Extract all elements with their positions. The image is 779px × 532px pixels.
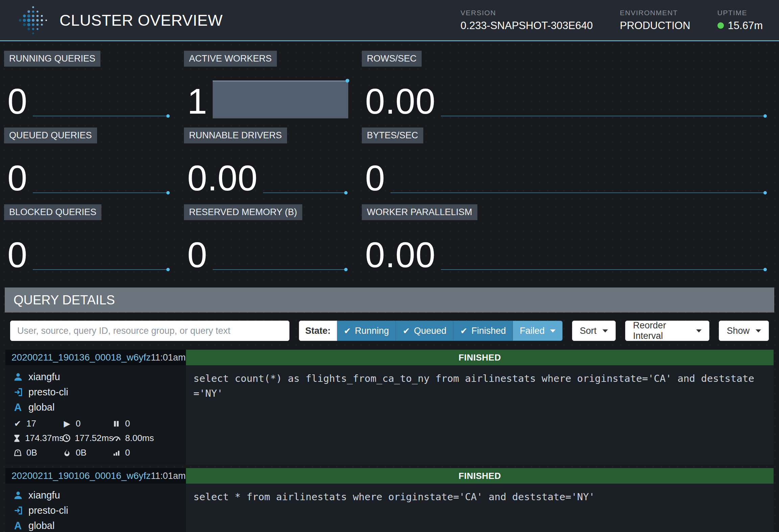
query-sql-text: select count(*) as flights_from_ca_to_ny…: [186, 365, 774, 465]
show-dropdown[interactable]: Show: [719, 321, 769, 341]
stat-label: WORKER PARALLELISM: [362, 204, 477, 220]
query-resource-group-row: A global: [13, 518, 181, 532]
stat-label: BYTES/SEC: [362, 128, 423, 143]
sparkline-chart: [33, 220, 170, 272]
show-label: Show: [727, 326, 750, 336]
clock-icon: [62, 434, 71, 442]
resource-group-icon: A: [13, 520, 23, 532]
query-time: 11:01am: [151, 352, 186, 363]
stat-card-reserved-memory: RESERVED MEMORY (B) 0: [184, 204, 348, 272]
cluster-stats-grid: RUNNING QUERIES 0 ACTIVE WORKERS 1 ROWS/…: [0, 41, 779, 272]
queued-splits-value: 0: [125, 418, 130, 429]
gauge-icon: [112, 434, 121, 442]
stat-card-worker-parallelism: WORKER PARALLELISM 0.00: [362, 204, 768, 272]
stat-card-bytes-per-sec: BYTES/SEC 0: [362, 128, 768, 195]
query-row: 20200211_190106_00016_w6yfz 11:01am FINI…: [5, 468, 774, 532]
current-memory-stat: 0B: [13, 445, 62, 460]
state-filter-label: State:: [299, 321, 337, 341]
state-filter-finished-button[interactable]: ✔ Finished: [453, 321, 513, 341]
environment-block: ENVIRONMENT PRODUCTION: [620, 9, 690, 32]
query-id-link[interactable]: 20200211_190106_00016_w6yfz: [11, 470, 151, 481]
peak-memory-value: 0B: [76, 447, 87, 458]
uptime-label: UPTIME: [717, 9, 763, 17]
chevron-down-icon: [696, 329, 702, 332]
cumulative-memory-stat: 0: [112, 445, 181, 460]
stat-value: 1: [187, 85, 207, 118]
version-block: VERSION 0.233-SNAPSHOT-303E640: [461, 9, 593, 32]
sort-label: Sort: [580, 326, 597, 336]
sparkline-chart: [263, 143, 348, 195]
check-icon: ✔: [13, 419, 22, 428]
stat-label: RUNNABLE DRIVERS: [184, 128, 287, 143]
sparkline-chart: [33, 67, 170, 118]
log-in-icon: [13, 506, 23, 515]
query-user: xiangfu: [28, 490, 60, 501]
execution-time-stat: 177.52ms: [62, 431, 112, 445]
pause-icon: [112, 420, 121, 427]
check-icon: ✔: [344, 327, 351, 335]
uptime-value-row: 15.67m: [717, 20, 763, 32]
stat-card-blocked-queries: BLOCKED QUERIES 0: [4, 204, 170, 272]
stat-card-running-queries: RUNNING QUERIES 0: [4, 51, 170, 118]
query-user-row: xiangfu: [13, 369, 181, 385]
wall-time-value: 174.37ms: [25, 433, 64, 443]
query-resource-group-row: A global: [13, 400, 181, 415]
uptime-status-dot-icon: [717, 22, 724, 29]
environment-value: PRODUCTION: [620, 20, 690, 32]
state-filter-failed-dropdown[interactable]: Failed: [513, 321, 563, 341]
query-search-input[interactable]: [10, 321, 289, 341]
stat-label: RUNNING QUERIES: [4, 51, 100, 67]
resource-group-icon: A: [13, 401, 23, 414]
version-value: 0.233-SNAPSHOT-303E640: [461, 20, 593, 32]
state-queued-label: Queued: [414, 326, 446, 336]
completed-splits-value: 17: [26, 418, 36, 429]
state-running-label: Running: [355, 326, 389, 336]
chevron-down-icon: [603, 329, 608, 332]
query-status-badge: FINISHED: [186, 468, 774, 484]
fire-icon: [62, 449, 72, 457]
check-icon: ✔: [403, 327, 410, 335]
query-details-section: QUERY DETAILS State: ✔ Running ✔ Queued …: [5, 287, 774, 532]
sort-dropdown[interactable]: Sort: [572, 321, 616, 341]
stat-label: ROWS/SEC: [362, 51, 422, 67]
peak-memory-stat: 0B: [62, 445, 112, 460]
stat-value: 0: [7, 161, 27, 195]
cpu-time-value: 8.00ms: [125, 433, 154, 443]
play-icon: ▶: [62, 419, 72, 428]
query-id-link[interactable]: 20200211_190136_00018_w6yfz: [11, 352, 151, 363]
query-sql-text: select * from airlinestats where origins…: [186, 484, 774, 532]
stat-label: QUEUED QUERIES: [4, 128, 97, 143]
query-row-header: 20200211_190136_00018_w6yfz 11:01am: [5, 350, 186, 365]
hourglass-icon: [13, 434, 21, 442]
stat-card-runnable-drivers: RUNNABLE DRIVERS 0.00: [184, 128, 348, 195]
stat-card-queued-queries: QUEUED QUERIES 0: [4, 128, 170, 195]
sparkline-chart: [391, 143, 768, 195]
state-filter-queued-button[interactable]: ✔ Queued: [396, 321, 453, 341]
stat-value: 0: [7, 238, 27, 272]
check-icon: ✔: [460, 327, 467, 335]
state-filter-group: State: ✔ Running ✔ Queued ✔ Finished Fai…: [299, 321, 563, 341]
current-memory-value: 0B: [26, 447, 37, 458]
query-row: 20200211_190136_00018_w6yfz 11:01am FINI…: [5, 350, 774, 465]
uptime-block: UPTIME 15.67m: [717, 9, 763, 32]
scale-icon: [13, 448, 22, 457]
query-time: 11:01am: [151, 471, 186, 481]
reorder-interval-dropdown[interactable]: Reorder Interval: [625, 321, 709, 341]
sparkline-chart: [441, 67, 768, 118]
chevron-down-icon: [756, 329, 761, 332]
query-list: 20200211_190136_00018_w6yfz 11:01am FINI…: [5, 350, 774, 532]
query-details-title: QUERY DETAILS: [14, 293, 115, 307]
state-filter-running-button[interactable]: ✔ Running: [337, 321, 396, 341]
query-resource-group: global: [28, 402, 54, 413]
stat-label: BLOCKED QUERIES: [4, 204, 101, 220]
user-icon: [13, 491, 23, 500]
wall-time-stat: 174.37ms: [13, 431, 62, 445]
log-in-icon: [13, 388, 23, 397]
query-source: presto-cli: [28, 505, 68, 516]
stat-card-active-workers: ACTIVE WORKERS 1: [184, 51, 348, 118]
running-splits-stat: ▶ 0: [62, 416, 112, 431]
stat-label: ACTIVE WORKERS: [184, 51, 277, 67]
stat-value: 0.00: [365, 238, 435, 272]
query-meta-panel: xiangfu presto-cli A global ✔ 17: [5, 365, 186, 465]
query-source-row: presto-cli: [13, 503, 181, 518]
